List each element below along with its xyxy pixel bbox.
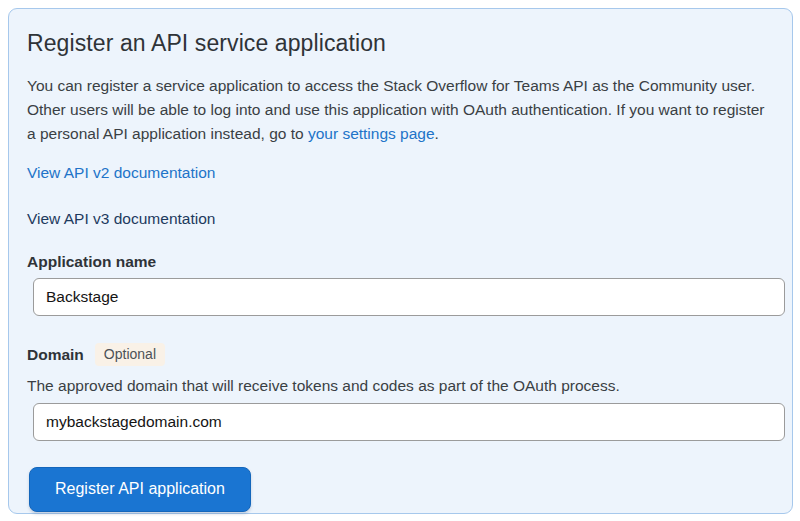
api-v3-documentation-link[interactable]: View API v3 documentation: [27, 210, 215, 227]
domain-help-text: The approved domain that will receive to…: [27, 376, 770, 396]
register-api-application-button[interactable]: Register API application: [29, 467, 251, 512]
page-title: Register an API service application: [27, 30, 770, 57]
settings-page-link[interactable]: your settings page: [308, 125, 435, 142]
domain-label-row: Domain Optional: [27, 343, 770, 366]
register-api-application-card: Register an API service application You …: [8, 8, 793, 514]
api-v2-documentation-link[interactable]: View API v2 documentation: [27, 164, 215, 181]
optional-badge: Optional: [95, 343, 165, 366]
domain-input[interactable]: [33, 403, 785, 441]
application-name-input[interactable]: [33, 278, 785, 316]
domain-label: Domain: [27, 346, 84, 364]
application-name-label: Application name: [27, 253, 770, 271]
intro-text-after: .: [435, 125, 439, 142]
intro-paragraph: You can register a service application t…: [27, 74, 770, 146]
